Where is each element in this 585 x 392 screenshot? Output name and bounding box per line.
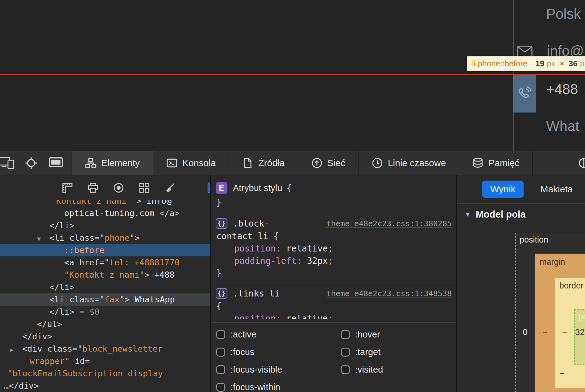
pseudo-label: :visited bbox=[355, 365, 383, 375]
position-left-value: 0 bbox=[515, 327, 535, 337]
code-segment: </ul> bbox=[37, 319, 62, 329]
code-segment: </div> bbox=[9, 381, 39, 390]
computed-tab-bar: Wynik Makieta bbox=[457, 175, 585, 204]
dom-line[interactable]: "blockEmailSubscription_display bbox=[0, 367, 210, 380]
dom-line[interactable]: </li> bbox=[0, 281, 210, 293]
tab-siec[interactable]: Sieć bbox=[298, 151, 359, 175]
css-declaration[interactable]: padding-left: 32px; bbox=[211, 255, 456, 267]
checkbox-icon[interactable] bbox=[341, 348, 350, 357]
dom-line[interactable]: <li class="fax"> WhatsApp bbox=[0, 293, 210, 306]
page-phone-text[interactable]: +488 bbox=[546, 81, 578, 97]
pseudo-label: :target bbox=[355, 347, 380, 357]
dom-line[interactable]: </ul> bbox=[0, 318, 210, 330]
dom-line[interactable]: ▶<div class="block_newsletter bbox=[0, 343, 210, 355]
pseudo-toggle-focus[interactable]: :focus bbox=[216, 347, 341, 357]
element-highlight bbox=[513, 75, 536, 112]
checkbox-icon[interactable] bbox=[216, 330, 225, 339]
dom-line[interactable]: Kontakt z nami" > info@ bbox=[0, 200, 210, 207]
code-segment: "> bbox=[130, 233, 140, 243]
target-icon[interactable] bbox=[113, 182, 124, 194]
border-bottom-value: − bbox=[552, 369, 571, 378]
tab-layout[interactable]: Makieta bbox=[540, 184, 573, 194]
checkbox-icon[interactable] bbox=[216, 365, 225, 374]
rule-selector[interactable]: .block- bbox=[233, 218, 269, 229]
dom-line[interactable]: </div> bbox=[0, 330, 210, 343]
page-whatsapp-text[interactable]: What bbox=[546, 118, 579, 134]
rule-selector[interactable]: .links li bbox=[233, 288, 280, 299]
code-segment: block_newsletter bbox=[82, 344, 163, 353]
code-segment: wrapper" bbox=[30, 356, 70, 366]
inspection-guide-line bbox=[543, 0, 543, 151]
tab-label: Konsola bbox=[182, 158, 216, 168]
pseudo-toggle-hover[interactable]: :hover bbox=[341, 329, 456, 340]
element-badge-icon: E bbox=[216, 182, 227, 194]
pseudo-toggle-focus-visible[interactable]: :focus-visible bbox=[216, 365, 341, 375]
code-segment: "Kontakt z nami" bbox=[64, 270, 144, 280]
code-segment: phone bbox=[105, 233, 130, 243]
pseudo-toggle-target[interactable]: :target bbox=[341, 347, 456, 357]
disclosure-closed-icon[interactable]: ▶ bbox=[10, 344, 14, 356]
element-style-label: Atrybut stylu bbox=[233, 183, 282, 193]
pseudo-toggle-visited[interactable]: :visited bbox=[341, 365, 456, 375]
grid-icon[interactable] bbox=[139, 182, 150, 194]
ruler-icon[interactable] bbox=[62, 182, 73, 194]
tab-label: Sieć bbox=[327, 158, 345, 168]
dom-line[interactable]: </li> = $0 bbox=[0, 306, 210, 318]
tab-elementy[interactable]: Elementy bbox=[72, 151, 153, 175]
printer-icon[interactable] bbox=[87, 182, 99, 194]
display-icon[interactable] bbox=[49, 157, 63, 169]
tab-label: Linie czasowe bbox=[388, 158, 446, 168]
tab-zrodla[interactable]: Źródła bbox=[229, 151, 298, 175]
inspection-tooltip: li.phone::before 19px × 36px bbox=[467, 56, 585, 71]
stylesheet-link[interactable]: theme-e48e2c23.css:1:348538 bbox=[326, 289, 452, 298]
css-declaration[interactable]: position: relative; bbox=[211, 312, 456, 319]
css-value: 32px bbox=[307, 256, 328, 266]
partial-icon bbox=[578, 157, 585, 169]
brush-icon[interactable] bbox=[164, 182, 176, 194]
phone-icon bbox=[517, 85, 533, 103]
device-mode-icon[interactable] bbox=[206, 182, 211, 194]
tab-pamiec[interactable]: Pamięć bbox=[459, 151, 533, 175]
code-segment: </li> bbox=[49, 282, 74, 292]
console-icon bbox=[166, 157, 178, 169]
code-segment: </li> bbox=[49, 221, 74, 230]
pseudo-label: :focus bbox=[230, 347, 254, 357]
dom-line[interactable]: optical-tuning.com </a> bbox=[0, 207, 210, 219]
dom-line[interactable]: ▼<li class="phone"> bbox=[0, 232, 210, 244]
css-property: position bbox=[234, 313, 276, 319]
sources-icon bbox=[242, 157, 254, 169]
dom-line[interactable]: "Kontakt z nami"> +488 bbox=[0, 269, 210, 281]
box-model-title: Model pola bbox=[476, 209, 526, 220]
dom-line[interactable]: <a href="tel: +48881770 bbox=[0, 256, 210, 269]
code-segment: WhatsApp bbox=[135, 295, 175, 304]
dom-line[interactable]: …</div> bbox=[0, 380, 210, 392]
code-segment: info@ bbox=[147, 200, 172, 206]
inspect-icon[interactable] bbox=[25, 157, 38, 169]
checkbox-icon[interactable] bbox=[341, 365, 350, 374]
tab-result[interactable]: Wynik bbox=[482, 181, 524, 198]
dom-line[interactable]: wrapper" id= bbox=[0, 355, 210, 367]
code-segment: +488 bbox=[155, 270, 175, 280]
tab-partial[interactable] bbox=[533, 151, 585, 175]
box-model-diagram: position margin border padding 0 − − 32 … bbox=[457, 221, 585, 392]
code-segment: … bbox=[4, 381, 9, 390]
stylesheet-link[interactable]: theme-e48e2c23.css:1:380285 bbox=[326, 219, 452, 228]
devices-icon[interactable] bbox=[0, 156, 15, 170]
pseudo-toggle-active[interactable]: :active bbox=[216, 329, 341, 340]
code-segment: </a> bbox=[160, 208, 180, 218]
checkbox-icon[interactable] bbox=[216, 383, 225, 392]
tab-linie-czasowe[interactable]: Linie czasowe bbox=[359, 151, 459, 175]
pseudo-toggle-focus-within[interactable]: :focus-within bbox=[216, 382, 341, 392]
tab-konsola[interactable]: Konsola bbox=[153, 151, 229, 175]
dom-tree-scroll[interactable]: Kontakt z nami" > info@optical-tuning.co… bbox=[0, 200, 210, 392]
checkbox-icon[interactable] bbox=[216, 348, 225, 357]
dom-line[interactable]: ::before bbox=[0, 244, 210, 256]
network-icon bbox=[311, 157, 323, 169]
css-declaration[interactable]: position: relative; bbox=[211, 243, 456, 255]
devtools-panels: Kontakt z nami" > info@optical-tuning.co… bbox=[0, 175, 585, 392]
disclosure-open-icon[interactable]: ▼ bbox=[37, 233, 41, 245]
code-segment: tel: +48881770 bbox=[109, 258, 180, 267]
checkbox-icon[interactable] bbox=[341, 330, 350, 339]
dom-line[interactable]: </li> bbox=[0, 219, 210, 232]
box-model-section-header[interactable]: ▼ Model pola bbox=[457, 204, 585, 221]
